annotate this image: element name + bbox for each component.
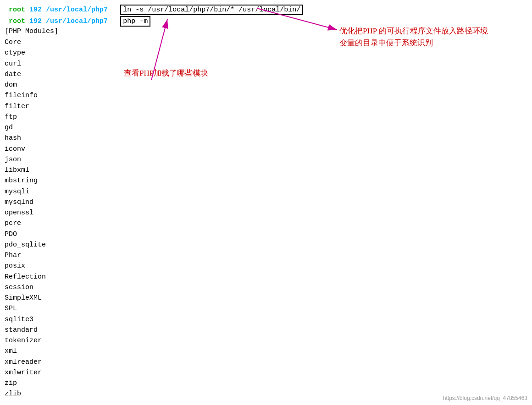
annotation-text-2: 优化把PHP 的可执行程序文件放入路径环境 变量的目录中便于系统识别 — [339, 25, 488, 49]
annotation-text-2-line2: 变量的目录中便于系统识别 — [339, 37, 488, 49]
prompt-host-1: 192 — [29, 6, 42, 14]
bracket-close-2: ] — [108, 17, 112, 25]
list-item: SPL — [5, 303, 303, 314]
list-item: xml — [5, 346, 303, 356]
list-item: standard — [5, 325, 303, 335]
prompt-root-2: root — [9, 17, 25, 25]
php-modules-label: [PHP Modules] — [5, 27, 303, 35]
list-item: pcre — [5, 218, 303, 229]
prompt-line-1: [ root @ 192 /usr/local/php7 ] # ln -s /… — [5, 5, 303, 15]
annotation-text-2-line1: 优化把PHP 的可执行程序文件放入路径环境 — [339, 25, 488, 37]
prompt-line-2: [ root @ 192 /usr/local/php7 ] # php -m — [5, 16, 303, 27]
bracket-close-1: ] — [108, 6, 112, 14]
list-item: sqlite3 — [5, 314, 303, 325]
list-item: fileinfo — [5, 90, 303, 101]
list-item: hash — [5, 133, 303, 143]
prompt-hash-2: # — [112, 17, 120, 25]
list-item: dom — [5, 80, 303, 90]
list-item: Reflection — [5, 272, 303, 282]
module-list: Corectypecurldatedomfileinfofilterftpgdh… — [5, 37, 303, 400]
list-item: session — [5, 282, 303, 293]
prompt-space-1 — [42, 6, 46, 14]
list-item: libxml — [5, 165, 303, 175]
prompt-path-2: /usr/local/php7 — [46, 17, 108, 25]
list-item: mysqli — [5, 186, 303, 197]
list-item: xmlwriter — [5, 367, 303, 378]
prompt-root-1: root — [9, 6, 25, 14]
terminal-area: [ root @ 192 /usr/local/php7 ] # ln -s /… — [0, 0, 308, 404]
prompt-space-2 — [42, 17, 46, 25]
list-item: ftp — [5, 112, 303, 122]
prompt-hash-1: # — [112, 6, 120, 14]
list-item: mbstring — [5, 175, 303, 186]
list-item: posix — [5, 261, 303, 271]
list-item: date — [5, 69, 303, 80]
list-item: tokenizer — [5, 335, 303, 346]
list-item: zip — [5, 378, 303, 389]
prompt-at-1: @ — [25, 6, 29, 14]
list-item: SimpleXML — [5, 293, 303, 303]
list-item: Core — [5, 37, 303, 48]
watermark: https://blog.csdn.net/qq_47855463 — [443, 395, 527, 401]
list-item: xmlreader — [5, 357, 303, 367]
list-item: openssl — [5, 208, 303, 218]
prompt-path-1: /usr/local/php7 — [46, 6, 108, 14]
bracket-open-2: [ — [5, 17, 9, 25]
list-item: pdo_sqlite — [5, 240, 303, 250]
list-item: Phar — [5, 250, 303, 261]
bracket-open-1: [ — [5, 6, 9, 14]
list-item: filter — [5, 101, 303, 112]
prompt-at-2: @ — [25, 17, 29, 25]
list-item: gd — [5, 122, 303, 133]
list-item: ctype — [5, 48, 303, 58]
command-ln: ln -s /usr/local/php7/bin/* /usr/local/b… — [120, 5, 303, 15]
list-item: zlib — [5, 389, 303, 399]
list-item: json — [5, 154, 303, 165]
prompt-host-2: 192 — [29, 17, 42, 25]
list-item: mysqlnd — [5, 197, 303, 208]
command-php-m: php -m — [120, 16, 150, 27]
list-item: iconv — [5, 144, 303, 154]
list-item: PDO — [5, 229, 303, 240]
list-item: curl — [5, 59, 303, 69]
